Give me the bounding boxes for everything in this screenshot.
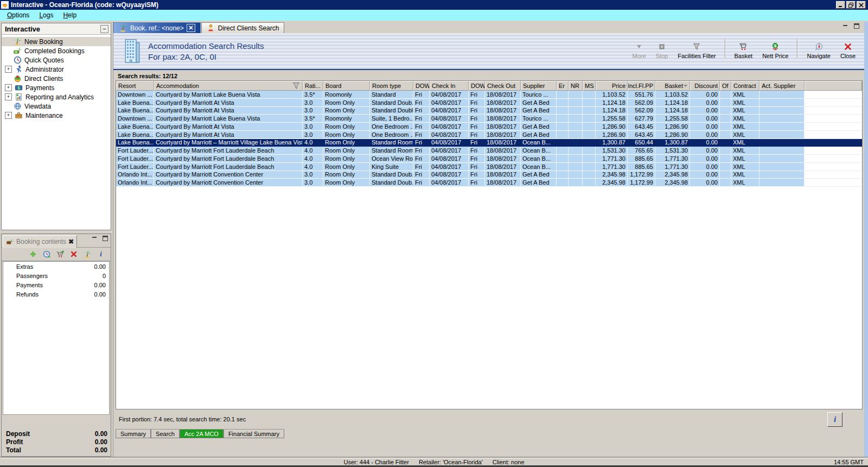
bottom-tab-summary[interactable]: Summary (116, 430, 151, 438)
table-cell: 643.45 (628, 131, 655, 139)
sidebar-item-direct-clients[interactable]: Direct Clients (2, 74, 111, 83)
table-cell: Fri (413, 179, 430, 187)
booking-list-item[interactable]: Extras0.00 (3, 262, 109, 271)
table-cell: Orlando Int... (116, 171, 154, 179)
sidebar-item-administrator[interactable]: +Administrator (2, 65, 111, 74)
column-header-accommodation[interactable]: Accommodation (154, 81, 303, 91)
table-row[interactable]: Orlando Int...Courtyard by Marriott Conv… (116, 179, 862, 187)
cart-add-icon[interactable] (56, 250, 65, 258)
mini-minimize-icon[interactable] (843, 23, 849, 29)
column-header-act-supplier[interactable]: Act. Supplier (760, 81, 805, 91)
column-header-er[interactable]: Er (557, 81, 569, 91)
menu-item-options[interactable]: Options (2, 10, 34, 20)
table-cell: XML (731, 139, 760, 147)
table-row[interactable]: Lake Buena...Courtyard By Marriott At Vi… (116, 107, 862, 115)
refresh-clock-icon[interactable] (42, 250, 51, 258)
table-row[interactable]: Lake Buena...Courtyard By Marriott At Vi… (116, 99, 862, 107)
mini-maximize-icon[interactable] (853, 23, 860, 29)
close-button[interactable]: Close (839, 42, 857, 59)
expand-plus-icon[interactable]: + (5, 66, 12, 73)
table-cell: 0.00 (690, 179, 720, 187)
basket-button[interactable]: Basket (733, 42, 754, 59)
table-cell: Standard Doub... (370, 179, 413, 187)
column-header-supplier[interactable]: Supplier (521, 81, 557, 91)
menu-item-help[interactable]: Help (58, 10, 81, 20)
facilities-filter-button[interactable]: Facilities Filter (676, 42, 717, 59)
expand-plus-icon[interactable]: + (5, 93, 12, 100)
table-row[interactable]: Lake Buena...Courtyard By Marriott At Vi… (116, 123, 862, 131)
nett-price-button[interactable]: $Nett Price (761, 42, 789, 59)
sidebar-item-completed-bookings[interactable]: Completed Bookings (2, 46, 111, 55)
window-minimize-button[interactable] (836, 1, 845, 9)
table-cell (760, 131, 805, 139)
column-header-ms[interactable]: MS (583, 81, 596, 91)
table-cell: Courtyard by Marriott Fort Lauderdale Be… (154, 147, 303, 155)
booking-contents-close-icon[interactable]: ✖ (68, 238, 74, 245)
sidebar-collapse-button[interactable]: − (100, 25, 108, 33)
column-header-incl-fl-pp[interactable]: Incl.Fl.PP (628, 81, 655, 91)
column-header-basket[interactable]: Basket (655, 81, 690, 91)
column-header-dow[interactable]: DOW (469, 81, 485, 91)
sidebar-item-viewdata[interactable]: Viewdata (2, 102, 111, 111)
table-row[interactable]: Downtown ...Courtyard by Marriott Lake B… (116, 91, 862, 99)
window-close-button[interactable] (857, 1, 866, 9)
table-cell: XML (731, 107, 760, 115)
column-header-board[interactable]: Board (323, 81, 370, 91)
column-header-check-in[interactable]: Check In (430, 81, 469, 91)
column-header-price[interactable]: Price (596, 81, 628, 91)
sidebar-item-new-booking[interactable]: New Booking (2, 37, 111, 46)
expand-plus-icon[interactable]: + (5, 84, 12, 91)
tab-direct-clients-search[interactable]: Direct Clients Search (201, 22, 285, 33)
column-header-discount[interactable]: Discount (690, 81, 720, 91)
sidebar-item-reporting-and-analytics[interactable]: +Reporting and Analytics (2, 92, 111, 102)
tab-book-ref-none-[interactable]: Book. ref.: <none>✕ (113, 22, 201, 33)
menu-item-logs[interactable]: Logs (34, 10, 58, 20)
expand-plus-icon[interactable]: + (5, 112, 12, 119)
column-header-contract[interactable]: Contract (731, 81, 760, 91)
table-cell: 2,345.98 (655, 171, 690, 179)
bottom-tab-financial-summary[interactable]: Financial Summary (224, 430, 284, 438)
column-header-room-type[interactable]: Room type (370, 81, 413, 91)
table-cell (569, 115, 583, 123)
table-cell: Room Only (323, 139, 370, 147)
booking-list-item[interactable]: Refunds0.00 (3, 289, 109, 299)
column-header-nr[interactable]: NR (569, 81, 583, 91)
info-icon[interactable]: i (97, 250, 105, 258)
table-row[interactable]: Downtown ...Courtyard by Marriott Lake B… (116, 115, 862, 123)
table-row[interactable]: Fort Lauder...Courtyard by Marriott Fort… (116, 163, 862, 171)
table-row[interactable]: Lake Buena...Courtyard By Marriott At Vi… (116, 131, 862, 139)
column-header-dow[interactable]: DOW (413, 81, 430, 91)
table-row[interactable]: Orlando Int...Courtyard by Marriott Conv… (116, 171, 862, 179)
table-row[interactable]: Lake Buena...Courtyard by Marriott – Mar… (116, 139, 862, 147)
sidebar-item-maintenance[interactable]: +Maintenance (2, 111, 111, 120)
table-cell: 1,124.18 (596, 99, 628, 107)
panel-maximize-icon[interactable] (102, 236, 108, 242)
booking-list-item[interactable]: Passengers0 (3, 271, 109, 280)
add-icon[interactable] (29, 250, 37, 258)
column-header-rati-[interactable]: Rati... (303, 81, 323, 91)
filter-icon[interactable] (292, 81, 301, 90)
table-cell: XML (731, 131, 760, 139)
panel-minimize-icon[interactable] (92, 236, 98, 242)
bottom-tab-search[interactable]: Search (151, 430, 180, 438)
tab-close-icon[interactable]: ✕ (187, 24, 195, 32)
window-restore-button[interactable] (846, 1, 856, 9)
column-header-of[interactable]: Of (720, 81, 731, 91)
document-tabstrip: Book. ref.: <none>✕Direct Clients Search (113, 22, 864, 33)
toolbox-icon (14, 111, 23, 120)
bottom-tab-acc-2a-mco[interactable]: Acc 2A MCO (180, 430, 224, 438)
sidebar-item-quick-quotes[interactable]: Quick Quotes (2, 55, 111, 65)
palm-icon[interactable] (83, 250, 92, 258)
info-button[interactable]: i (827, 412, 843, 427)
booking-contents-tab[interactable]: Booking contents ✖ (3, 235, 77, 248)
column-header-check-out[interactable]: Check Out (485, 81, 521, 91)
table-row[interactable]: Fort Lauder...Courtyard by Marriott Fort… (116, 147, 862, 155)
delete-icon[interactable] (69, 250, 78, 258)
column-header-resort[interactable]: Resort (116, 81, 154, 91)
booking-list-item[interactable]: Payments0.00 (3, 280, 109, 289)
close-icon (843, 42, 853, 52)
table-cell: 3.5* (303, 91, 323, 99)
navigate-button[interactable]: Navigate (806, 42, 831, 59)
sidebar-item-payments[interactable]: +$Payments (2, 83, 111, 92)
table-row[interactable]: Fort Lauder...Courtyard by Marriott Fort… (116, 155, 862, 163)
